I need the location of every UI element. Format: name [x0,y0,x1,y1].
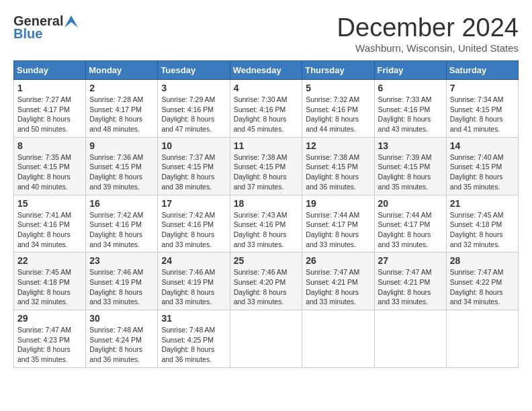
day-info: Sunrise: 7:45 AMSunset: 4:18 PMDaylight:… [17,268,71,306]
month-title: December 2024 [337,13,519,42]
calendar-cell: 16 Sunrise: 7:42 AMSunset: 4:16 PMDaylig… [86,195,158,253]
page-header: General Blue December 2024 Washburn, Wis… [13,13,519,54]
calendar-cell: 23 Sunrise: 7:46 AMSunset: 4:19 PMDaylig… [86,253,158,310]
calendar-week-row: 1 Sunrise: 7:27 AMSunset: 4:17 PMDayligh… [14,80,519,138]
day-number: 13 [378,140,443,151]
day-info: Sunrise: 7:35 AMSunset: 4:15 PMDaylight:… [17,153,71,191]
calendar-week-row: 8 Sunrise: 7:35 AMSunset: 4:15 PMDayligh… [14,137,519,195]
day-info: Sunrise: 7:41 AMSunset: 4:16 PMDaylight:… [17,211,71,248]
day-number: 2 [89,83,154,93]
calendar-header-row: SundayMondayTuesdayWednesdayThursdayFrid… [14,61,519,80]
day-number: 14 [450,140,515,151]
calendar-cell: 19 Sunrise: 7:44 AMSunset: 4:17 PMDaylig… [302,195,374,253]
day-info: Sunrise: 7:38 AMSunset: 4:15 PMDaylight:… [234,153,287,191]
calendar-cell: 8 Sunrise: 7:35 AMSunset: 4:15 PMDayligh… [14,137,86,195]
day-number: 24 [161,255,226,266]
calendar-week-row: 29 Sunrise: 7:47 AMSunset: 4:23 PMDaylig… [14,310,519,368]
calendar-cell: 1 Sunrise: 7:27 AMSunset: 4:17 PMDayligh… [14,80,86,138]
day-info: Sunrise: 7:46 AMSunset: 4:20 PMDaylight:… [234,268,287,306]
calendar-cell: 4 Sunrise: 7:30 AMSunset: 4:16 PMDayligh… [230,80,302,138]
day-number: 27 [378,255,443,266]
day-info: Sunrise: 7:37 AMSunset: 4:15 PMDaylight:… [161,153,215,191]
logo: General Blue [13,13,78,42]
day-info: Sunrise: 7:43 AMSunset: 4:16 PMDaylight:… [234,211,287,248]
day-number: 16 [89,198,154,209]
calendar-cell: 12 Sunrise: 7:38 AMSunset: 4:15 PMDaylig… [302,137,374,195]
day-info: Sunrise: 7:47 AMSunset: 4:22 PMDaylight:… [450,268,504,306]
day-info: Sunrise: 7:48 AMSunset: 4:25 PMDaylight:… [161,326,215,363]
calendar-cell: 24 Sunrise: 7:46 AMSunset: 4:19 PMDaylig… [158,253,230,310]
svg-marker-0 [64,15,78,28]
logo-blue-text: Blue [13,26,42,42]
day-number: 20 [378,198,443,209]
day-number: 31 [161,313,226,324]
day-number: 22 [17,255,82,266]
day-number: 26 [306,255,370,266]
calendar-cell: 11 Sunrise: 7:38 AMSunset: 4:15 PMDaylig… [230,137,302,195]
day-header-tuesday: Tuesday [158,61,230,80]
day-number: 19 [306,198,370,209]
day-header-thursday: Thursday [302,61,374,80]
day-info: Sunrise: 7:34 AMSunset: 4:15 PMDaylight:… [450,95,504,133]
day-number: 17 [161,198,226,209]
day-info: Sunrise: 7:45 AMSunset: 4:18 PMDaylight:… [450,211,504,248]
day-number: 6 [378,83,443,93]
calendar-cell: 15 Sunrise: 7:41 AMSunset: 4:16 PMDaylig… [14,195,86,253]
day-info: Sunrise: 7:39 AMSunset: 4:15 PMDaylight:… [378,153,432,191]
day-header-wednesday: Wednesday [230,61,302,80]
day-number: 7 [450,83,515,93]
calendar-cell: 28 Sunrise: 7:47 AMSunset: 4:22 PMDaylig… [446,253,518,310]
calendar-cell: 9 Sunrise: 7:36 AMSunset: 4:15 PMDayligh… [86,137,158,195]
day-info: Sunrise: 7:44 AMSunset: 4:17 PMDaylight:… [306,211,359,248]
calendar-cell: 6 Sunrise: 7:33 AMSunset: 4:16 PMDayligh… [374,80,446,138]
day-header-saturday: Saturday [446,61,518,80]
day-number: 18 [234,198,299,209]
calendar-cell: 2 Sunrise: 7:28 AMSunset: 4:17 PMDayligh… [86,80,158,138]
day-header-sunday: Sunday [14,61,86,80]
calendar-cell: 14 Sunrise: 7:40 AMSunset: 4:15 PMDaylig… [446,137,518,195]
calendar-cell [446,310,518,368]
day-info: Sunrise: 7:36 AMSunset: 4:15 PMDaylight:… [89,153,143,191]
day-number: 30 [89,313,154,324]
calendar-cell: 21 Sunrise: 7:45 AMSunset: 4:18 PMDaylig… [446,195,518,253]
calendar-week-row: 15 Sunrise: 7:41 AMSunset: 4:16 PMDaylig… [14,195,519,253]
day-info: Sunrise: 7:30 AMSunset: 4:16 PMDaylight:… [234,95,287,133]
calendar-cell: 30 Sunrise: 7:48 AMSunset: 4:24 PMDaylig… [86,310,158,368]
calendar-cell: 10 Sunrise: 7:37 AMSunset: 4:15 PMDaylig… [158,137,230,195]
calendar-cell: 29 Sunrise: 7:47 AMSunset: 4:23 PMDaylig… [14,310,86,368]
day-number: 25 [234,255,299,266]
logo-bird-icon [64,15,78,28]
day-info: Sunrise: 7:33 AMSunset: 4:16 PMDaylight:… [378,95,432,133]
day-number: 29 [17,313,82,324]
day-header-monday: Monday [86,61,158,80]
day-number: 11 [234,140,299,151]
day-number: 1 [17,83,82,93]
day-info: Sunrise: 7:46 AMSunset: 4:19 PMDaylight:… [89,268,143,306]
calendar-cell: 22 Sunrise: 7:45 AMSunset: 4:18 PMDaylig… [14,253,86,310]
day-info: Sunrise: 7:47 AMSunset: 4:21 PMDaylight:… [378,268,432,306]
calendar-cell: 13 Sunrise: 7:39 AMSunset: 4:15 PMDaylig… [374,137,446,195]
day-number: 8 [17,140,82,151]
calendar-week-row: 22 Sunrise: 7:45 AMSunset: 4:18 PMDaylig… [14,253,519,310]
day-number: 15 [17,198,82,209]
calendar-cell: 31 Sunrise: 7:48 AMSunset: 4:25 PMDaylig… [158,310,230,368]
day-info: Sunrise: 7:40 AMSunset: 4:15 PMDaylight:… [450,153,504,191]
calendar-cell: 3 Sunrise: 7:29 AMSunset: 4:16 PMDayligh… [158,80,230,138]
day-info: Sunrise: 7:38 AMSunset: 4:15 PMDaylight:… [306,153,359,191]
day-info: Sunrise: 7:42 AMSunset: 4:16 PMDaylight:… [89,211,143,248]
day-info: Sunrise: 7:27 AMSunset: 4:17 PMDaylight:… [17,95,71,133]
title-area: December 2024 Washburn, Wisconsin, Unite… [337,13,519,54]
calendar-cell: 27 Sunrise: 7:47 AMSunset: 4:21 PMDaylig… [374,253,446,310]
calendar-cell [302,310,374,368]
calendar-table: SundayMondayTuesdayWednesdayThursdayFrid… [13,60,519,368]
location-title: Washburn, Wisconsin, United States [337,42,519,54]
day-info: Sunrise: 7:42 AMSunset: 4:16 PMDaylight:… [161,211,215,248]
day-number: 4 [234,83,299,93]
day-info: Sunrise: 7:32 AMSunset: 4:16 PMDaylight:… [306,95,359,133]
day-number: 21 [450,198,515,209]
day-number: 10 [161,140,226,151]
calendar-cell: 5 Sunrise: 7:32 AMSunset: 4:16 PMDayligh… [302,80,374,138]
calendar-cell: 18 Sunrise: 7:43 AMSunset: 4:16 PMDaylig… [230,195,302,253]
calendar-cell: 17 Sunrise: 7:42 AMSunset: 4:16 PMDaylig… [158,195,230,253]
day-info: Sunrise: 7:47 AMSunset: 4:21 PMDaylight:… [306,268,359,306]
